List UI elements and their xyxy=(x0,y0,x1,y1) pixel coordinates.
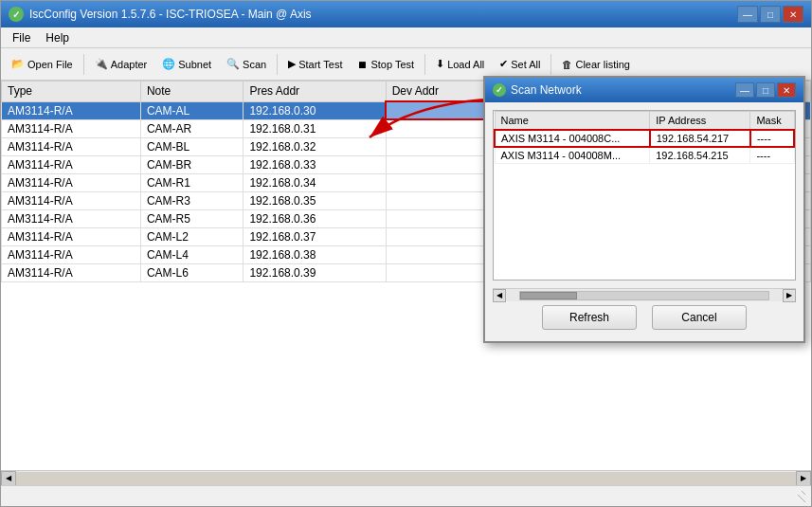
dialog-maximize-button[interactable]: □ xyxy=(756,82,775,98)
minimize-button[interactable]: — xyxy=(737,6,758,23)
toolbar-clear-listing[interactable]: 🗑 Clear listing xyxy=(555,55,636,74)
subnet-icon: 🌐 xyxy=(162,58,175,70)
toolbar-clear-label: Clear listing xyxy=(575,59,629,70)
scroll-left-arrow[interactable]: ◀ xyxy=(1,471,16,486)
menu-bar: File Help xyxy=(1,27,811,48)
adapter-icon: 🔌 xyxy=(95,58,108,70)
col-type: Type xyxy=(2,81,141,102)
title-bar: ✓ IscConfig Version 1.5.7.6 - ISC-TRIOSE… xyxy=(1,1,811,27)
scan-icon: 🔍 xyxy=(226,58,240,70)
col-note: Note xyxy=(140,81,243,102)
menu-file[interactable]: File xyxy=(5,29,38,46)
status-bar xyxy=(1,485,811,506)
dialog-scrollbar[interactable]: ◀ ▶ xyxy=(493,288,796,301)
clear-icon: 🗑 xyxy=(562,59,572,70)
start-icon: ▶ xyxy=(288,58,296,70)
dialog-col-name: Name xyxy=(495,112,650,131)
toolbar-start-test[interactable]: ▶ Start Test xyxy=(281,54,349,74)
dialog-title-text: Scan Network xyxy=(511,83,582,97)
toolbar-start-label: Start Test xyxy=(298,59,342,70)
toolbar-load-label: Load All xyxy=(447,59,484,70)
dialog-scroll-track[interactable] xyxy=(519,291,769,300)
svg-line-0 xyxy=(802,491,805,495)
stop-icon: ⏹ xyxy=(357,59,368,70)
app-icon: ✓ xyxy=(9,7,24,22)
toolbar-sep-2 xyxy=(277,54,278,75)
toolbar-sep-3 xyxy=(424,54,425,75)
toolbar-subnet-label: Subnet xyxy=(178,59,211,70)
toolbar-subnet[interactable]: 🌐 Subnet xyxy=(155,54,218,74)
dialog-title-bar: ✓ Scan Network — □ ✕ xyxy=(485,78,803,102)
dialog-header-row: Name IP Address Mask xyxy=(495,112,794,131)
toolbar-sep-4 xyxy=(550,54,551,75)
dialog-col-ip: IP Address xyxy=(650,112,750,131)
toolbar-scan[interactable]: 🔍 Scan xyxy=(220,54,273,74)
dialog-controls: — □ ✕ xyxy=(735,82,796,98)
dialog-scroll-left[interactable]: ◀ xyxy=(493,289,506,302)
dialog-table: Name IP Address Mask AXIS M3114 - 004008… xyxy=(494,111,795,164)
cancel-button[interactable]: Cancel xyxy=(652,305,747,330)
toolbar-set-label: Set All xyxy=(511,59,540,70)
resize-grip[interactable] xyxy=(792,489,807,504)
toolbar-open-file-label: Open File xyxy=(27,59,73,70)
dialog-title-left: ✓ Scan Network xyxy=(493,83,582,97)
dialog-footer: Refresh Cancel xyxy=(493,301,796,334)
dialog-table-row[interactable]: AXIS M3114 - 004008C...192.168.54.217---… xyxy=(495,130,794,147)
toolbar-load-all[interactable]: ⬇ Load All xyxy=(429,54,491,74)
scan-network-dialog: ✓ Scan Network — □ ✕ Name IP Address Mas… xyxy=(483,76,805,343)
dialog-scroll-thumb[interactable] xyxy=(520,292,577,299)
toolbar-stop-test[interactable]: ⏹ Stop Test xyxy=(351,55,421,74)
dialog-col-mask: Mask xyxy=(750,112,794,131)
dialog-table-row[interactable]: AXIS M3114 - 004008M...192.168.54.215---… xyxy=(495,147,794,164)
load-icon: ⬇ xyxy=(436,58,444,70)
dialog-body: Name IP Address Mask AXIS M3114 - 004008… xyxy=(485,102,803,341)
toolbar-adapter-label: Adapter xyxy=(111,59,148,70)
dialog-table-body: AXIS M3114 - 004008C...192.168.54.217---… xyxy=(495,130,794,164)
refresh-button[interactable]: Refresh xyxy=(542,305,637,330)
col-pres-addr: Pres Addr xyxy=(244,81,386,102)
title-controls: — □ ✕ xyxy=(737,6,803,23)
toolbar-stop-label: Stop Test xyxy=(370,59,414,70)
folder-icon: 📂 xyxy=(11,58,25,70)
dialog-scroll-right[interactable]: ▶ xyxy=(783,289,796,302)
dialog-table-container[interactable]: Name IP Address Mask AXIS M3114 - 004008… xyxy=(493,110,796,281)
scroll-track[interactable] xyxy=(16,472,796,485)
toolbar-set-all[interactable]: ✔ Set All xyxy=(493,54,547,74)
dialog-title-icon: ✓ xyxy=(493,83,506,97)
menu-help[interactable]: Help xyxy=(38,29,77,46)
toolbar-sep-1 xyxy=(83,54,84,75)
window-title: IscConfig Version 1.5.7.6 - ISC-TRIOSEA … xyxy=(29,8,312,21)
toolbar-adapter[interactable]: 🔌 Adapter xyxy=(88,54,154,74)
dialog-minimize-button[interactable]: — xyxy=(735,82,754,98)
close-button[interactable]: ✕ xyxy=(783,6,803,23)
toolbar-scan-label: Scan xyxy=(243,59,266,70)
toolbar-open-file[interactable]: 📂 Open File xyxy=(5,54,80,74)
maximize-button[interactable]: □ xyxy=(760,6,781,23)
set-icon: ✔ xyxy=(499,58,508,70)
svg-line-2 xyxy=(802,498,805,502)
scroll-right-arrow[interactable]: ▶ xyxy=(796,471,811,486)
bottom-scrollbar[interactable]: ◀ ▶ xyxy=(1,470,811,485)
title-bar-left: ✓ IscConfig Version 1.5.7.6 - ISC-TRIOSE… xyxy=(9,7,312,22)
dialog-close-button[interactable]: ✕ xyxy=(777,82,796,98)
